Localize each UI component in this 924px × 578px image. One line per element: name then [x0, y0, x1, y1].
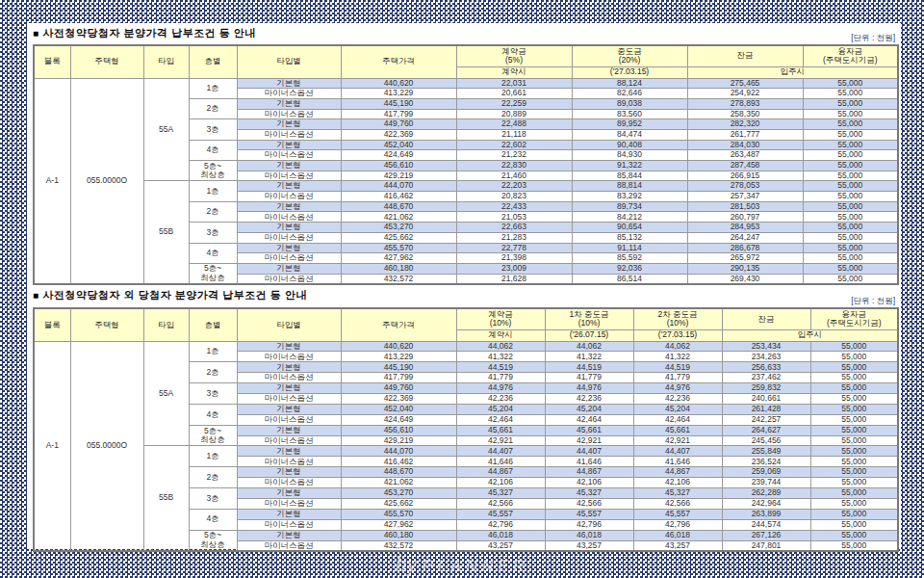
- cell-payment: 45,204: [456, 404, 545, 414]
- cell-option: 기본형: [237, 223, 341, 233]
- cell-payment: 45,661: [545, 425, 633, 435]
- cell-option: 기본형: [237, 243, 341, 253]
- cell-payment: 44,407: [545, 446, 633, 457]
- cell-payment: 55,000: [803, 223, 898, 233]
- square-bullet-icon: ■: [33, 290, 39, 301]
- cell-payment: 55,000: [810, 414, 898, 425]
- cell-option: 기본형: [237, 201, 341, 212]
- cell-payment: 44,519: [633, 362, 722, 373]
- cell-payment: 55,000: [803, 263, 898, 274]
- title-band-2: ■사전청약당첨자 외 당첨자 분양가격 납부조건 등 안내 [단위 : 천원]: [29, 285, 899, 307]
- cell-payment: 22,031: [456, 78, 572, 89]
- page-background: { "page": { "bullet": "■", "unit_label":…: [0, 0, 924, 578]
- cell-payment: 21,398: [456, 253, 572, 264]
- cell-payment: 41,646: [633, 457, 722, 467]
- cell-price: 448,670: [341, 201, 456, 212]
- cell-payment: 44,867: [456, 467, 545, 478]
- cell-floor: 3층: [189, 383, 237, 405]
- payment-table-other-winners: 블록 주택형 타입 층별 타입별 주택가격 계약금 (10%) 1차 중도금 (…: [33, 307, 899, 552]
- cell-payment: 55,000: [803, 89, 898, 99]
- cell-payment: 287,458: [687, 161, 803, 171]
- cell-payment: 90,654: [572, 223, 687, 233]
- cell-payment: 55,000: [810, 341, 898, 352]
- cell-payment: 92,036: [572, 263, 687, 274]
- watermark-by-text: by: [395, 551, 417, 576]
- cell-payment: 255,849: [722, 446, 810, 457]
- cell-payment: 55,000: [810, 394, 898, 405]
- cell-price: 424,649: [341, 414, 456, 425]
- cell-payment: 264,247: [687, 232, 803, 243]
- cell-payment: 22,663: [456, 223, 572, 233]
- subheader-date-1: ('26.07.15): [545, 329, 633, 341]
- cell-payment: 89,038: [572, 98, 687, 109]
- cell-payment: 45,204: [545, 404, 633, 414]
- header-house-type: 주택형: [70, 45, 143, 78]
- cell-payment: 55,000: [810, 530, 898, 540]
- cell-payment: 42,566: [456, 498, 545, 509]
- watermark: byPLANNER: [0, 551, 924, 577]
- cell-option: 마이너스옵션: [237, 394, 341, 405]
- cell-payment: 236,524: [722, 457, 810, 467]
- cell-payment: 22,488: [456, 119, 572, 130]
- cell-payment: 41,646: [545, 457, 633, 467]
- section-title-1-text: 사전청약당첨자 분양가격 납부조건 등 안내: [43, 27, 256, 39]
- cell-payment: 42,464: [545, 414, 633, 425]
- cell-floor: 3층: [189, 223, 237, 243]
- cell-option: 마이너스옵션: [237, 232, 341, 243]
- cell-payment: 42,464: [456, 414, 545, 425]
- cell-payment: 42,921: [456, 435, 545, 446]
- cell-payment: 44,062: [456, 341, 545, 352]
- cell-payment: 55,000: [803, 253, 898, 264]
- title-band-1: ■사전청약당첨자 분양가격 납부조건 등 안내 [단위 : 천원]: [29, 23, 899, 44]
- cell-payment: 55,000: [803, 78, 898, 89]
- cell-floor: 3층: [189, 119, 237, 140]
- cell-price: 429,219: [341, 171, 456, 181]
- cell-price: 429,219: [341, 435, 456, 446]
- cell-payment: 82,646: [572, 89, 687, 99]
- cell-option: 마이너스옵션: [237, 109, 341, 119]
- cell-payment: 21,628: [456, 274, 572, 284]
- cell-payment: 91,114: [572, 243, 687, 253]
- cell-payment: 55,000: [810, 509, 898, 519]
- cell-floor: 3층: [189, 488, 237, 510]
- cell-option: 마이너스옵션: [237, 478, 341, 488]
- cell-option: 기본형: [237, 383, 341, 394]
- cell-price: 425,662: [341, 498, 456, 509]
- cell-option: 기본형: [237, 98, 341, 109]
- cell-payment: 43,257: [545, 540, 633, 551]
- header-interim-payment: 중도금 (20%): [572, 45, 687, 66]
- cell-payment: 22,259: [456, 98, 572, 109]
- header-row-1: 블록 주택형 타입 층별 타입별 주택가격 계약금 (5%) 중도금 (20%)…: [34, 45, 898, 66]
- cell-option: 마이너스옵션: [237, 89, 341, 99]
- header-floor: 층별: [189, 45, 237, 78]
- cell-payment: 55,000: [803, 243, 898, 253]
- cell-payment: 41,322: [633, 352, 722, 362]
- header-type: 타입: [143, 45, 189, 78]
- cell-payment: 21,053: [456, 212, 572, 223]
- cell-payment: 46,018: [456, 530, 545, 540]
- cell-price: 452,040: [341, 404, 456, 414]
- cell-option: 기본형: [237, 119, 341, 130]
- cell-option: 기본형: [237, 467, 341, 478]
- cell-price: 421,062: [341, 478, 456, 488]
- cell-price: 425,662: [341, 232, 456, 243]
- cell-payment: 85,592: [572, 253, 687, 264]
- cell-payment: 21,232: [456, 150, 572, 161]
- cell-payment: 269,430: [687, 274, 803, 284]
- cell-payment: 262,289: [722, 488, 810, 499]
- cell-payment: 44,976: [545, 383, 633, 394]
- cell-payment: 88,814: [572, 181, 687, 192]
- header-type: 타입: [143, 308, 189, 341]
- header-balance: 잔금: [687, 45, 803, 66]
- cell-price: 440,620: [341, 78, 456, 89]
- cell-price: 455,570: [341, 509, 456, 519]
- cell-price: 413,229: [341, 89, 456, 99]
- cell-payment: 45,661: [633, 425, 722, 435]
- cell-payment: 55,000: [803, 274, 898, 284]
- cell-payment: 261,428: [722, 404, 810, 414]
- subheader-date-2: ('27.03.15): [633, 329, 722, 341]
- cell-price: 449,760: [341, 119, 456, 130]
- cell-payment: 46,018: [545, 530, 633, 540]
- cell-payment: 55,000: [803, 201, 898, 212]
- cell-price: 453,270: [341, 223, 456, 233]
